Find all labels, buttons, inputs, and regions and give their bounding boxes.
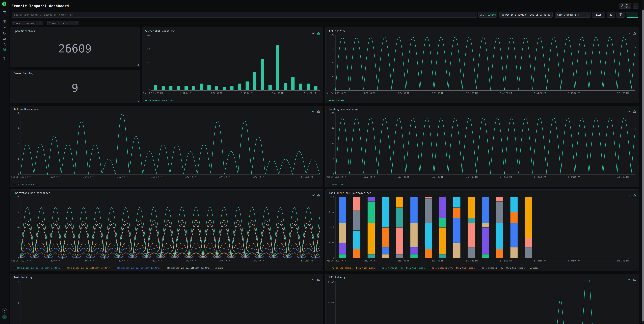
settings-gear-icon[interactable] <box>2 56 6 60</box>
user-avatar[interactable]: D <box>2 315 7 319</box>
legend-item[interactable]: clickpipes-aws-p..-us-east-2.12c4n <box>14 267 60 269</box>
bar-chart-toggle-icon[interactable] <box>633 194 636 198</box>
panel-operations-per-namespace: Operations per namespace clickpipes-aws-… <box>10 189 323 271</box>
line-chart-toggle-icon[interactable] <box>312 110 315 114</box>
filter-chip-temporal-region[interactable]: Temporal region <box>48 21 79 25</box>
metrics-icon[interactable] <box>2 26 6 30</box>
panel-pending-requests: Pending requests/sec requests/sec <box>325 106 639 187</box>
line-chart-toggle-icon[interactable] <box>312 278 315 282</box>
bar-chart-toggle-icon[interactable] <box>633 278 636 282</box>
bar-chart-toggle-icon[interactable] <box>317 278 320 282</box>
panel-p95-latency: P95 latency <box>325 274 639 324</box>
legend-item[interactable]: poll_success · c..-flow-task-queue <box>478 267 525 269</box>
alerts-bell-icon[interactable] <box>2 31 6 35</box>
legend-item[interactable]: poll_timeout · c..-flow-task-queue <box>378 267 425 269</box>
legend-label: poll_success · c..-flow-task-queue <box>482 267 525 269</box>
legend-label: poll_timeout · c..-flow-task-queue <box>382 267 425 269</box>
mode-sql[interactable]: SQL <box>480 13 484 16</box>
legend-label: clickpipes-aws-p..outheast-2.12c4r <box>67 267 110 269</box>
legend-label: successful workflows <box>148 99 174 102</box>
panel-title: Open Workflows <box>14 30 35 33</box>
bar-chart-toggle-icon[interactable] <box>633 110 636 114</box>
actions-per-sec-chart[interactable] <box>326 34 638 95</box>
sidebar: ? D <box>0 0 9 324</box>
successful-workflows-chart[interactable] <box>142 34 322 95</box>
panel-title: Task backlog <box>14 276 32 279</box>
help-button[interactable]: ? <box>2 308 7 313</box>
pending-requests-chart[interactable] <box>326 112 638 179</box>
query-mode-toggle[interactable]: SQL | Lucene <box>478 12 497 17</box>
p95-latency-chart[interactable] <box>326 280 638 324</box>
operations-per-namespace-chart[interactable] <box>11 196 322 263</box>
legend-item[interactable]: clickpipes-aws-p..outheast-2.12c4n <box>163 267 210 269</box>
more-menu-button[interactable]: ⋮ <box>632 3 638 8</box>
legend-label: clickpipes-aws-p..-us-east-2.12c4n <box>17 267 60 269</box>
legend-item[interactable]: successful workflows <box>145 99 174 102</box>
line-chart-toggle-icon[interactable] <box>628 194 630 198</box>
chart-legend: action/sec <box>328 99 344 102</box>
time-range-button[interactable]: Dec 16 17:29:30 - Dec 16 17:51:30 <box>500 12 552 17</box>
panel-active-namespaces: Active Namespaces active namespaces <box>10 106 323 187</box>
legend-swatch <box>328 268 331 268</box>
mode-lucene[interactable]: Lucene <box>488 13 496 16</box>
pipelines-icon[interactable] <box>2 42 6 47</box>
active-namespaces-chart[interactable] <box>11 112 322 179</box>
panel-title: Pending requests/sec <box>329 108 359 111</box>
bar-chart-toggle-icon[interactable] <box>633 32 636 36</box>
bar-chart-toggle-icon[interactable] <box>317 110 320 114</box>
bar-chart-toggle-icon[interactable] <box>317 32 320 36</box>
task-queue-poll-outcomes-chart[interactable] <box>326 196 638 263</box>
tables-icon[interactable] <box>2 20 6 24</box>
scrollbar-thumb[interactable] <box>642 10 644 322</box>
line-chart-toggle-icon[interactable] <box>628 278 630 282</box>
collapse-sidebar-icon[interactable] <box>2 11 6 15</box>
filter-edit-button[interactable] <box>616 12 625 17</box>
filter-chip-temporal-namespace[interactable]: Temporal namespace <box>12 21 43 25</box>
time-range-label: Dec 16 17:29:30 - Dec 16 17:51:30 <box>505 13 550 16</box>
tags-button[interactable]: 0 Tags <box>619 3 631 8</box>
legend-item[interactable]: clickpipes-aws-p..-us-east-1.12c4n <box>113 267 160 269</box>
dashboards-icon[interactable] <box>2 48 6 52</box>
legend-item[interactable]: poll_success_syn..-flow-task-queue <box>428 267 475 269</box>
run-query-button[interactable] <box>626 12 638 17</box>
task-backlog-chart[interactable] <box>11 280 322 324</box>
legend-more-link[interactable]: +56 more <box>528 267 538 269</box>
mode-divider: | <box>485 13 486 16</box>
filter-chip-label: Temporal namespace <box>14 22 36 24</box>
line-chart-toggle-icon[interactable] <box>628 110 630 114</box>
chart-legend: successful workflows <box>145 99 174 102</box>
line-chart-toggle-icon[interactable] <box>312 32 315 36</box>
panel-title: Active Namespaces <box>14 108 40 111</box>
legend-swatch <box>145 100 147 101</box>
search-input[interactable] <box>12 12 477 17</box>
panel-title: Operations per namespace <box>14 192 50 195</box>
legend-item[interactable]: action/sec <box>328 99 344 102</box>
legend-swatch <box>328 184 331 184</box>
legend-item[interactable]: active namespaces <box>14 183 38 185</box>
legend-item[interactable]: no_poller_tasks ..-flow-task-queue <box>328 267 375 269</box>
legend-more-link[interactable]: +12 more <box>213 267 224 269</box>
legend-label: active namespaces <box>17 183 38 185</box>
panel-title: P95 latency <box>329 276 346 279</box>
live-button[interactable]: Live <box>592 12 606 17</box>
granularity-select[interactable]: Auto Granularity <box>554 12 591 17</box>
line-chart-toggle-icon[interactable] <box>628 32 630 36</box>
legend-item[interactable]: requests/sec <box>328 183 347 185</box>
page-scrollbar <box>642 0 644 324</box>
legend-item[interactable]: clickpipes-aws-p..outheast-2.12c4r <box>64 267 110 269</box>
legend-label: clickpipes-aws-p..-us-east-1.12c4n <box>117 267 160 269</box>
panel-title: Task queue poll outcomes/sec <box>329 192 371 195</box>
workstation-icon[interactable] <box>2 37 6 41</box>
bar-chart-toggle-icon[interactable] <box>317 194 320 198</box>
filter-chip-label: Temporal region <box>49 22 68 24</box>
line-chart-toggle-icon[interactable] <box>312 194 315 198</box>
legend-swatch <box>378 268 381 268</box>
chart-legend: requests/sec <box>328 183 347 185</box>
stat-value: 26609 <box>10 42 140 55</box>
chart-legend: no_poller_tasks ..-flow-task-queuepoll_t… <box>328 267 538 269</box>
refresh-button[interactable]: ↻ <box>607 12 615 17</box>
dashboard-grid: Open Workflows 26609 Queue Backlog 9 Suc… <box>10 27 639 324</box>
calendar-icon <box>502 13 504 16</box>
panel-queue-backlog: Queue Backlog 9 <box>10 70 140 103</box>
app-logo-icon[interactable] <box>2 1 7 6</box>
